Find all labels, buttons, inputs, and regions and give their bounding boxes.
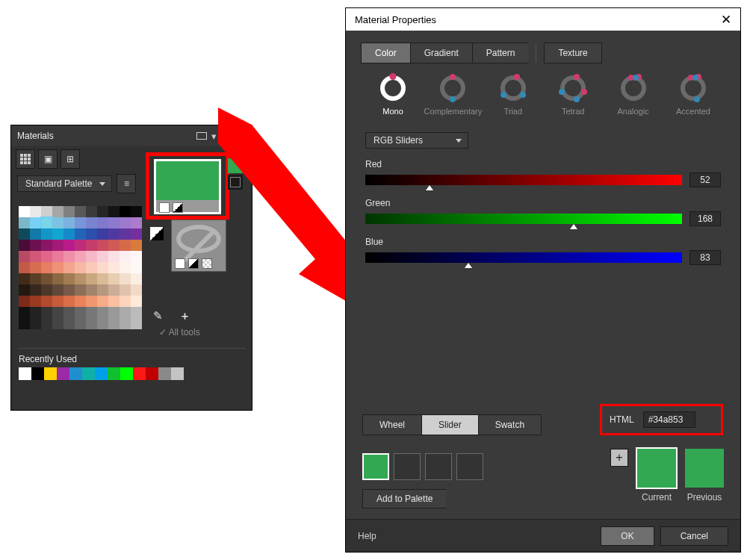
swatch[interactable] (75, 262, 86, 273)
swatch[interactable] (97, 217, 108, 228)
all-tools-toggle[interactable]: ✓ All tools (159, 327, 200, 337)
gradient-chip-icon[interactable] (173, 202, 183, 213)
scheme-accented[interactable]: Accented (666, 75, 721, 116)
swatch[interactable] (97, 318, 108, 329)
swatch[interactable] (41, 318, 52, 329)
recent-swatch[interactable] (95, 367, 108, 380)
recent-swatch[interactable] (171, 367, 184, 380)
swatch[interactable] (41, 273, 52, 284)
swatch[interactable] (86, 251, 97, 262)
swatch[interactable] (30, 284, 41, 296)
swatch[interactable] (41, 228, 52, 240)
swatch[interactable] (52, 217, 63, 228)
swatch[interactable] (108, 217, 120, 228)
swatch[interactable] (63, 262, 75, 273)
swatch[interactable] (52, 273, 63, 284)
background-material[interactable] (171, 220, 226, 272)
swatch[interactable] (131, 251, 142, 262)
swatch[interactable] (131, 206, 142, 217)
recent-swatch[interactable] (44, 367, 57, 380)
slider-thumb-icon[interactable] (426, 185, 433, 190)
swatch[interactable] (86, 262, 97, 273)
swatch[interactable] (75, 284, 86, 296)
swatch[interactable] (86, 284, 97, 296)
swatch[interactable] (19, 262, 30, 273)
scheme-analogic[interactable]: Analogic (606, 75, 661, 116)
swatch[interactable] (97, 307, 108, 318)
swatch[interactable] (108, 296, 120, 307)
swatch[interactable] (97, 296, 108, 307)
swatch[interactable] (63, 273, 75, 284)
green-slider[interactable] (365, 214, 682, 224)
swatch[interactable] (63, 228, 75, 240)
slider-thumb-icon[interactable] (570, 224, 577, 229)
swatch[interactable] (120, 206, 131, 217)
swatch[interactable] (41, 284, 52, 296)
palette-slot-4[interactable] (456, 453, 483, 480)
swatch[interactable] (52, 206, 63, 217)
swatch[interactable] (30, 296, 41, 307)
swatch[interactable] (97, 240, 108, 251)
swatch[interactable] (19, 206, 30, 217)
scheme-complementary[interactable]: Complementary (425, 75, 480, 116)
swatch[interactable] (75, 307, 86, 318)
recent-swatch[interactable] (31, 367, 44, 380)
swatch[interactable] (75, 273, 86, 284)
swatch[interactable] (52, 251, 63, 262)
swatch[interactable] (63, 307, 75, 318)
recent-swatch[interactable] (146, 367, 158, 380)
swatch[interactable] (120, 273, 131, 284)
cancel-button[interactable]: Cancel (660, 526, 728, 546)
red-value[interactable]: 52 (689, 172, 721, 187)
swatch[interactable] (52, 240, 63, 251)
pin-icon[interactable]: 📌 (221, 131, 233, 142)
swatch[interactable] (19, 240, 30, 251)
swatch[interactable] (86, 296, 97, 307)
scheme-mono[interactable]: Mono (365, 75, 421, 116)
swatch[interactable] (108, 206, 120, 217)
swatch[interactable] (131, 273, 142, 284)
swatch[interactable] (30, 251, 41, 262)
swatch[interactable] (131, 217, 142, 228)
swatch[interactable] (120, 284, 131, 296)
swatch[interactable] (97, 206, 108, 217)
float-icon[interactable] (196, 132, 207, 140)
swatch[interactable] (131, 284, 142, 296)
previous-color[interactable]: Previous (685, 449, 724, 503)
view-swatch[interactable]: Swatch (478, 414, 542, 435)
swatch[interactable] (63, 318, 75, 329)
tab-gradient[interactable]: Gradient (410, 43, 472, 63)
swatch-grid-button[interactable] (16, 149, 35, 169)
palette-slot-3[interactable] (425, 453, 452, 480)
add-icon[interactable]: ＋ (179, 309, 190, 323)
swatch[interactable] (30, 307, 41, 318)
swatch[interactable] (120, 228, 131, 240)
swatch[interactable] (41, 296, 52, 307)
swatch[interactable] (19, 251, 30, 262)
swatch[interactable] (19, 273, 30, 284)
ok-button[interactable]: OK (601, 526, 654, 546)
swatch[interactable] (19, 296, 30, 307)
swatch[interactable] (63, 240, 75, 251)
recent-swatch[interactable] (133, 367, 146, 380)
mini-swatch-green[interactable] (228, 158, 243, 173)
swatch[interactable] (41, 240, 52, 251)
swatch[interactable] (41, 262, 52, 273)
swatch[interactable] (120, 262, 131, 273)
recent-swatch[interactable] (57, 367, 69, 380)
html-hex-input[interactable]: #34a853 (643, 411, 695, 428)
recent-swatch[interactable] (120, 367, 133, 380)
swatch[interactable] (19, 228, 30, 240)
history-button[interactable]: ▣ (38, 149, 58, 169)
add-swatch-button[interactable]: + (610, 449, 628, 467)
swatch[interactable] (131, 296, 142, 307)
swatch[interactable] (30, 206, 41, 217)
swap-colors-icon[interactable] (150, 227, 164, 240)
swatch[interactable] (52, 262, 63, 273)
swatch[interactable] (97, 228, 108, 240)
close-icon[interactable]: ✕ (721, 12, 731, 28)
swatch[interactable] (41, 206, 52, 217)
swatch[interactable] (75, 251, 86, 262)
swatch[interactable] (131, 228, 142, 240)
swatch[interactable] (86, 206, 97, 217)
